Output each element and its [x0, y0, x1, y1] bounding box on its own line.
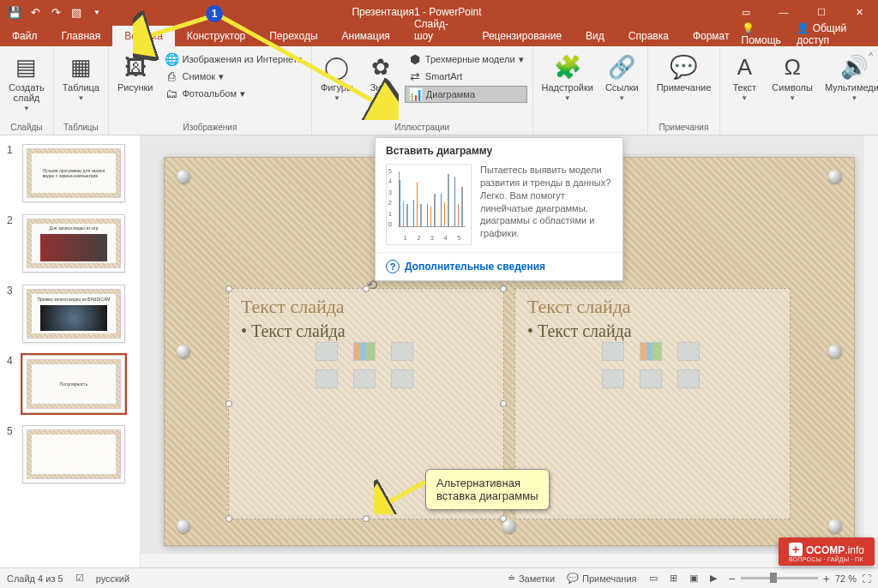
tooltip-title: Вставить диаграмму — [376, 138, 622, 160]
window-minimize-button[interactable]: — — [765, 0, 803, 24]
save-icon[interactable]: 💾 — [5, 3, 24, 21]
tab-slideshow[interactable]: Слайд-шоу — [402, 14, 471, 46]
tab-help[interactable]: Справка — [616, 26, 681, 46]
thumbnail-4[interactable]: Популярность — [22, 355, 125, 413]
pictures-icon: 🖼 — [122, 53, 149, 81]
tab-format[interactable]: Формат — [681, 26, 742, 46]
comment-button[interactable]: 💬Примечание — [652, 50, 717, 93]
online-pictures-button[interactable]: 🌐Изображения из Интернета — [161, 51, 305, 67]
addins-icon: 🧩 — [554, 53, 581, 81]
pictures-button[interactable]: 🖼 Рисунки — [112, 50, 159, 93]
smartart-button[interactable]: ⇄SmartArt — [405, 69, 527, 84]
insert-table-icon[interactable] — [316, 342, 338, 361]
view-normal-icon[interactable]: ▭ — [649, 573, 658, 584]
symbols-button[interactable]: ΩСимволы▼ — [767, 50, 818, 102]
insert-picture-icon[interactable] — [316, 369, 338, 388]
cube-icon: ⬢ — [408, 52, 422, 66]
ribbon-tabs: Файл Главная Вставка Конструктор Переход… — [0, 24, 878, 46]
smartart-icon: ⇄ — [408, 69, 422, 83]
tab-home[interactable]: Главная — [50, 26, 113, 46]
horizontal-scrollbar[interactable] — [141, 554, 864, 567]
tell-me[interactable]: 💡 Помощь — [742, 22, 787, 46]
chart-button[interactable]: 📊Диаграмма — [405, 86, 527, 103]
tab-file[interactable]: Файл — [0, 26, 50, 46]
spellcheck-icon[interactable]: ☑ — [75, 573, 84, 584]
table-button[interactable]: ▦ Таблица▼ — [57, 50, 105, 102]
photo-album-icon: 🗂 — [165, 87, 178, 100]
tab-review[interactable]: Рецензирование — [470, 26, 574, 46]
notes-button[interactable]: ≐ Заметки — [508, 573, 555, 584]
help-icon: ? — [386, 260, 400, 273]
tab-animations[interactable]: Анимация — [330, 26, 402, 46]
chart-icon: 📊 — [409, 87, 423, 101]
window-close-button[interactable]: ✕ — [840, 0, 878, 24]
chart-tooltip: Вставить диаграмму 012345 12345 Пытаетес… — [375, 137, 623, 281]
tooltip-description: Пытаетесь выявить модели развития и трен… — [480, 164, 612, 245]
online-pictures-icon: 🌐 — [165, 52, 178, 66]
media-icon: 🔊 — [840, 53, 868, 81]
thumbnail-2[interactable]: Для записи видео из игр — [22, 214, 125, 273]
new-slide-button[interactable]: ▤ Создать слайд ▼ — [3, 50, 50, 112]
slide-thumbnails-panel: 1Лучшие программы для записи видео с экр… — [0, 135, 141, 567]
tab-insert[interactable]: Вставка — [112, 26, 175, 46]
insert-online-picture-icon[interactable] — [353, 369, 376, 388]
vertical-scrollbar[interactable] — [864, 135, 878, 567]
tab-design[interactable]: Конструктор — [175, 26, 257, 46]
tooltip-more-link[interactable]: ? Дополнительные сведения — [376, 252, 622, 280]
group-illustrations-label: Иллюстрации — [316, 121, 529, 135]
language-indicator[interactable]: русский — [96, 573, 129, 584]
zoom-value[interactable]: 72 % — [835, 573, 857, 584]
comments-button[interactable]: 💬 Примечания — [567, 573, 637, 584]
status-bar: Слайд 4 из 5 ☑ русский ≐ Заметки 💬 Приме… — [0, 567, 878, 588]
thumbnail-5[interactable] — [22, 425, 125, 483]
textbox-icon: A — [731, 53, 758, 81]
screenshot-icon: ⎙ — [165, 69, 178, 83]
share-button[interactable]: 👤 Общий доступ — [797, 22, 866, 46]
addins-button[interactable]: 🧩Надстройки▼ — [537, 50, 598, 102]
placeholder-title: Текст слайда — [241, 296, 491, 318]
ribbon: ▤ Создать слайд ▼ Слайды ▦ Таблица▼ Табл… — [0, 46, 878, 135]
start-slideshow-icon[interactable]: ▧ — [67, 3, 86, 21]
comment-icon: 💬 — [670, 53, 697, 81]
text-button[interactable]: AТекст▼ — [724, 50, 765, 102]
insert-chart-icon[interactable] — [353, 342, 376, 361]
view-sorter-icon[interactable]: ⊞ — [670, 573, 677, 584]
group-comments-label: Примечания — [652, 121, 717, 135]
table-icon: ▦ — [67, 53, 94, 81]
collapse-ribbon-icon[interactable]: ^ — [869, 51, 873, 61]
thumbnail-3[interactable]: Пример записи видео из BANDICAM — [22, 285, 125, 343]
3d-models-button[interactable]: ⬢Трехмерные модели ▾ — [405, 51, 527, 67]
ribbon-options-icon[interactable]: ▭ — [727, 0, 765, 24]
shapes-button[interactable]: ◯ Фигуры▼ — [316, 50, 358, 102]
symbols-icon: Ω — [779, 53, 806, 81]
annotation-callout-alt: Альтернативная вставка диаграммы — [425, 469, 550, 510]
new-slide-icon: ▤ — [13, 53, 40, 81]
tab-view[interactable]: Вид — [574, 26, 616, 46]
group-slides-label: Слайды — [3, 121, 50, 135]
content-placeholder-right[interactable]: Текст слайда Текст слайда — [514, 288, 791, 519]
window-maximize-button[interactable]: ☐ — [803, 0, 840, 24]
annotation-badge-1: 1 — [206, 5, 223, 22]
icons-icon: ✿ — [367, 53, 394, 81]
shapes-icon: ◯ — [323, 53, 351, 81]
fit-to-window-icon[interactable]: ⛶ — [862, 573, 871, 584]
undo-icon[interactable]: ↶ — [26, 3, 45, 21]
zoom-control[interactable]: − + 72 % ⛶ — [729, 572, 871, 585]
view-slideshow-icon[interactable]: ▶ — [710, 573, 717, 584]
watermark: +OCOMP.info ВОПРОСЫ · ГАЙДЫ · ПК — [779, 537, 875, 566]
insert-smartart-icon[interactable] — [391, 342, 413, 361]
icons-button[interactable]: ✿ Знач — [360, 50, 401, 93]
photo-album-button[interactable]: 🗂Фотоальбом ▾ — [161, 86, 305, 101]
screenshot-button[interactable]: ⎙Снимок ▾ — [161, 69, 305, 84]
group-images-label: Изображения — [112, 121, 308, 135]
link-icon: 🔗 — [608, 53, 635, 81]
links-button[interactable]: 🔗Ссылки▼ — [600, 50, 644, 102]
redo-icon[interactable]: ↷ — [46, 3, 65, 21]
group-tables-label: Таблицы — [57, 121, 105, 135]
qat-dropdown-icon[interactable]: ▼ — [87, 3, 106, 21]
tooltip-chart-preview: 012345 12345 — [386, 164, 472, 245]
thumbnail-1[interactable]: Лучшие программы для записи видео с экра… — [22, 144, 125, 202]
tab-transitions[interactable]: Переходы — [257, 26, 329, 46]
view-reading-icon[interactable]: ▣ — [689, 573, 698, 584]
insert-video-icon[interactable] — [391, 369, 413, 388]
